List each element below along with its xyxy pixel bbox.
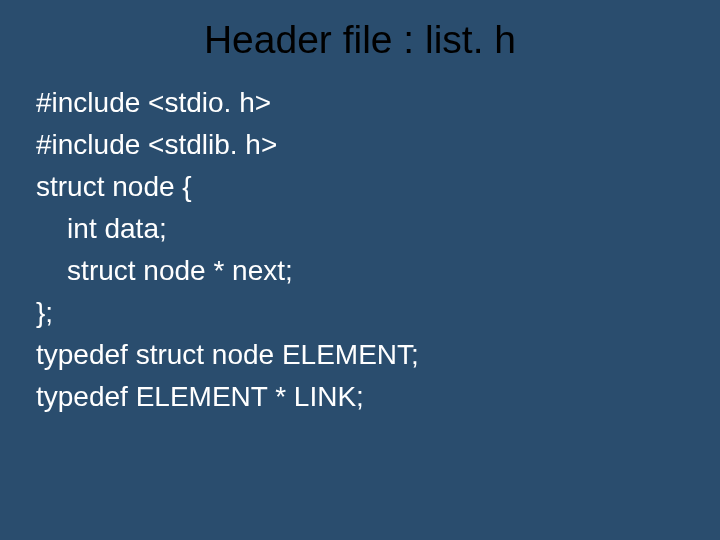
slide-title: Header file : list. h (36, 18, 684, 62)
code-line: int data; (36, 208, 684, 250)
code-line: struct node * next; (36, 250, 684, 292)
code-line: }; (36, 292, 684, 334)
code-line: #include <stdio. h> (36, 82, 684, 124)
code-line: typedef ELEMENT * LINK; (36, 376, 684, 418)
slide-container: Header file : list. h #include <stdio. h… (0, 0, 720, 540)
code-line: #include <stdlib. h> (36, 124, 684, 166)
code-block: #include <stdio. h> #include <stdlib. h>… (36, 82, 684, 418)
code-line: typedef struct node ELEMENT; (36, 334, 684, 376)
code-line: struct node { (36, 166, 684, 208)
